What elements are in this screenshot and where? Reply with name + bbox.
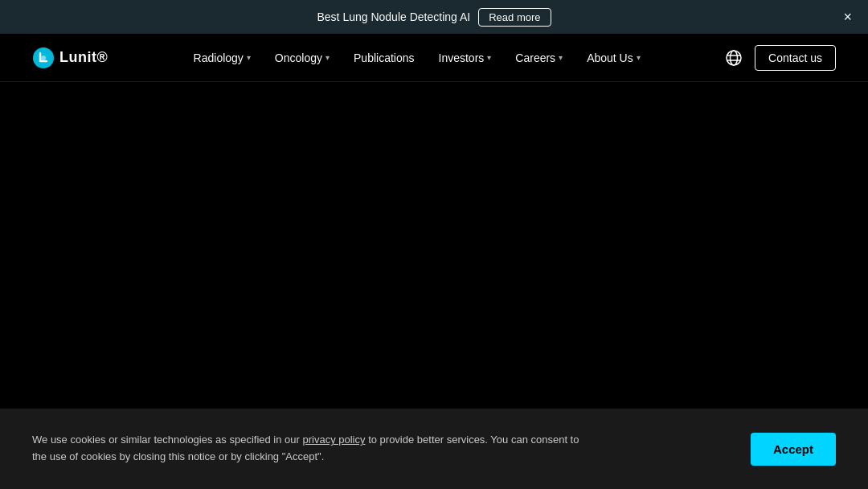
nav-label-investors: Investors xyxy=(439,51,485,64)
chevron-down-icon: ▾ xyxy=(326,53,330,62)
nav-item-publications[interactable]: Publications xyxy=(354,51,415,64)
read-more-button[interactable]: Read more xyxy=(478,8,551,27)
chevron-down-icon: ▾ xyxy=(559,53,563,62)
logo[interactable]: Lunit® xyxy=(32,47,108,69)
svg-point-1 xyxy=(41,55,46,60)
navbar-nav: Radiology ▾ Oncology ▾ Publications Inve… xyxy=(194,51,641,64)
navbar-right: Contact us xyxy=(726,45,836,71)
cookie-banner: We use cookies or similar technologies a… xyxy=(0,409,868,489)
nav-label-publications: Publications xyxy=(354,51,415,64)
banner-text: Best Lung Nodule Detecting AI xyxy=(317,10,471,23)
nav-label-about-us: About Us xyxy=(587,51,633,64)
svg-point-2 xyxy=(727,51,741,65)
main-navbar: Lunit® Radiology ▾ Oncology ▾ Publicatio… xyxy=(0,34,868,82)
nav-label-careers: Careers xyxy=(515,51,555,64)
nav-item-investors[interactable]: Investors ▾ xyxy=(439,51,492,64)
logo-text: Lunit® xyxy=(59,49,108,66)
accept-cookies-button[interactable]: Accept xyxy=(751,433,836,466)
privacy-policy-link[interactable]: privacy policy xyxy=(302,434,365,446)
nav-item-about-us[interactable]: About Us ▾ xyxy=(587,51,641,64)
chevron-down-icon: ▾ xyxy=(637,53,641,62)
language-button[interactable] xyxy=(726,50,742,66)
nav-item-radiology[interactable]: Radiology ▾ xyxy=(194,51,251,64)
logo-icon xyxy=(32,47,55,69)
nav-item-oncology[interactable]: Oncology ▾ xyxy=(275,51,330,64)
banner-close-button[interactable]: × xyxy=(843,10,852,24)
nav-item-careers[interactable]: Careers ▾ xyxy=(515,51,563,64)
cookie-text: We use cookies or similar technologies a… xyxy=(32,432,595,466)
chevron-down-icon: ▾ xyxy=(247,53,251,62)
nav-label-oncology: Oncology xyxy=(275,51,322,64)
navbar-left: Lunit® xyxy=(32,47,108,69)
main-content-area xyxy=(0,82,868,409)
globe-icon xyxy=(726,50,742,66)
announcement-banner: Best Lung Nodule Detecting AI Read more … xyxy=(0,0,868,34)
contact-button[interactable]: Contact us xyxy=(755,45,836,71)
nav-label-radiology: Radiology xyxy=(194,51,244,64)
chevron-down-icon: ▾ xyxy=(487,53,491,62)
svg-point-3 xyxy=(731,51,738,65)
cookie-text-before: We use cookies or similar technologies a… xyxy=(32,434,302,446)
